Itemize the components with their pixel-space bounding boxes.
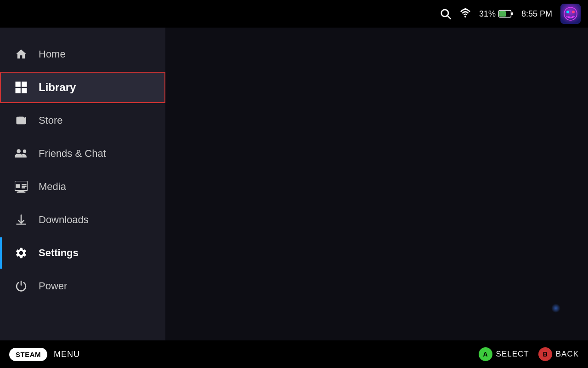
b-button-label: B	[543, 351, 548, 358]
store-icon	[14, 113, 28, 128]
back-label: BACK	[556, 350, 579, 359]
library-icon	[14, 80, 28, 95]
b-button-circle: B	[538, 347, 552, 361]
back-button[interactable]: B BACK	[538, 347, 579, 361]
svg-rect-6	[560, 4, 581, 24]
sidebar-item-media[interactable]: Media	[0, 171, 165, 202]
friends-icon	[14, 146, 28, 161]
search-icon	[440, 8, 452, 20]
battery-container: 31%	[479, 9, 513, 19]
settings-icon	[14, 246, 28, 260]
sidebar-item-store[interactable]: Store	[0, 105, 165, 136]
steam-button[interactable]: STEAM	[9, 348, 47, 361]
a-button-label: A	[483, 351, 488, 358]
bottom-bar: STEAM MENU A SELECT B BACK	[0, 340, 588, 368]
avatar-image	[560, 4, 581, 24]
svg-rect-5	[499, 11, 506, 17]
sidebar-item-library-label: Library	[39, 81, 76, 94]
sidebar-item-library[interactable]: Library	[0, 72, 165, 103]
sidebar-item-power[interactable]: Power	[0, 270, 165, 302]
sidebar-item-home[interactable]: Home	[0, 39, 165, 70]
sidebar-item-settings[interactable]: Settings	[0, 237, 165, 269]
top-bar-right: 31% 8:55 PM	[440, 4, 581, 24]
a-button-circle: A	[479, 347, 492, 361]
top-bar: 31% 8:55 PM	[0, 0, 588, 28]
time-display: 8:55 PM	[521, 9, 552, 19]
sidebar-item-power-label: Power	[39, 280, 67, 292]
select-button[interactable]: A SELECT	[479, 347, 529, 361]
sidebar-item-store-label: Store	[39, 115, 63, 126]
avatar[interactable]	[560, 4, 581, 24]
svg-rect-4	[511, 12, 513, 15]
wifi-icon	[460, 8, 471, 19]
home-icon	[14, 47, 28, 62]
battery-icon	[498, 10, 513, 18]
glow-effect	[551, 304, 560, 313]
search-button[interactable]	[440, 8, 452, 20]
svg-line-1	[447, 16, 451, 19]
svg-point-17	[23, 150, 27, 153]
sidebar-item-media-label: Media	[39, 181, 66, 193]
sidebar-item-friends-label: Friends & Chat	[39, 148, 106, 160]
svg-point-8	[566, 11, 569, 13]
svg-point-2	[464, 16, 466, 17]
bottom-left: STEAM MENU	[9, 348, 80, 361]
media-icon	[14, 179, 28, 194]
sidebar-item-home-label: Home	[39, 48, 66, 60]
power-icon	[14, 279, 28, 293]
sidebar-item-settings-label: Settings	[39, 247, 79, 259]
battery-percent: 31%	[479, 9, 496, 19]
svg-point-16	[17, 149, 21, 153]
sidebar-item-downloads-label: Downloads	[39, 214, 89, 226]
main-content	[165, 28, 588, 340]
select-label: SELECT	[496, 350, 529, 359]
sidebar: Home Library Store Frie	[0, 28, 165, 340]
svg-point-9	[572, 11, 575, 13]
menu-label: MENU	[54, 350, 80, 359]
svg-rect-19	[16, 184, 20, 188]
bottom-right: A SELECT B BACK	[479, 347, 579, 361]
sidebar-item-downloads[interactable]: Downloads	[0, 204, 165, 236]
downloads-icon	[14, 213, 28, 227]
sidebar-item-friends[interactable]: Friends & Chat	[0, 138, 165, 169]
